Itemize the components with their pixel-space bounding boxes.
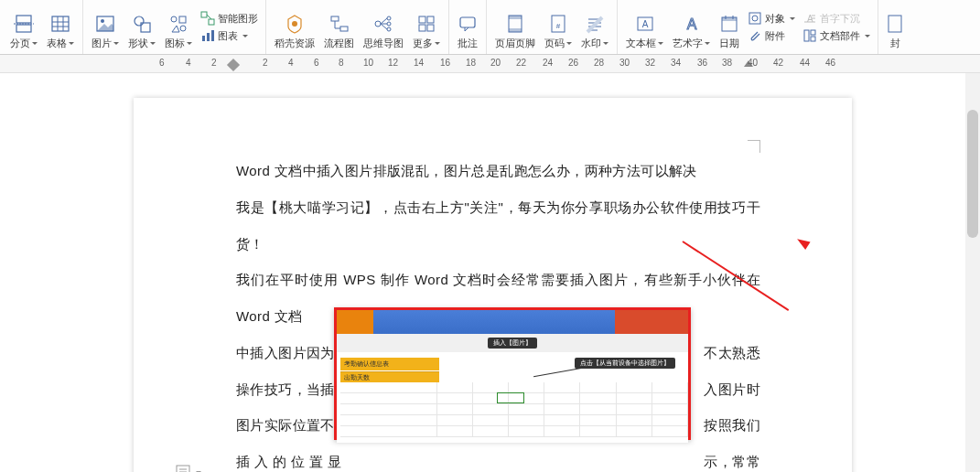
chevron-down-icon xyxy=(865,35,870,38)
icon-gallery-icon xyxy=(168,12,188,36)
outline-toggle[interactable] xyxy=(176,465,201,472)
svg-rect-23 xyxy=(331,16,339,21)
body-frag: 图片实际位置不 xyxy=(236,407,335,444)
svg-rect-60 xyxy=(804,30,809,41)
svg-point-55 xyxy=(752,16,758,21)
callout-table-sub: 出勤天数 xyxy=(340,371,439,382)
textbox-label: 文本框 xyxy=(626,37,656,50)
shapes-button[interactable]: 形状 xyxy=(124,2,160,52)
margin-corner-marker xyxy=(748,140,760,153)
attachment-icon xyxy=(748,28,762,43)
svg-rect-34 xyxy=(419,25,425,31)
table-button[interactable]: 表格 xyxy=(42,2,79,52)
drop-cap-icon: A xyxy=(802,11,817,26)
comment-label: 批注 xyxy=(458,37,478,50)
svg-rect-36 xyxy=(460,17,475,27)
smart-art-button[interactable]: 智能图形 xyxy=(200,11,258,26)
callout-sheet: 考勤确认信息表 出勤天数 点击【从当前设备中选择图片】 xyxy=(337,352,688,443)
ruler-tick: 6 xyxy=(314,58,319,68)
date-icon xyxy=(719,12,739,36)
horizontal-ruler[interactable]: 6422468101214161820222426283032343638404… xyxy=(0,55,980,73)
textbox-button[interactable]: A 文本框 xyxy=(621,2,668,52)
object-icon xyxy=(748,11,762,26)
title-paragraph[interactable]: Word 文档中插入图片排版混乱，图片总是乱跑怎么办，两种方法可以解决 xyxy=(236,153,760,189)
ruler-tick: 36 xyxy=(697,58,707,68)
ruler-tick: 16 xyxy=(440,58,450,68)
doc-parts-button[interactable]: 文档部件 xyxy=(802,28,870,43)
svg-point-9 xyxy=(101,19,104,23)
svg-rect-21 xyxy=(211,30,214,41)
more-button[interactable]: 更多 xyxy=(408,2,445,52)
ruler-tick: 6 xyxy=(159,58,165,68)
flow-button[interactable]: 流程图 xyxy=(319,2,359,52)
table-icon xyxy=(50,12,70,36)
wordart-icon: A xyxy=(682,12,702,36)
chevron-down-icon xyxy=(150,42,156,45)
watermark-button[interactable]: 水印 xyxy=(576,2,613,52)
date-label: 日期 xyxy=(719,37,739,50)
icon-button[interactable]: 图标 xyxy=(160,2,197,52)
svg-text:A: A xyxy=(641,19,648,29)
ruler-tick: 38 xyxy=(722,58,732,68)
body-frag: 操作技巧，当插 xyxy=(236,371,335,408)
chevron-down-icon xyxy=(658,42,663,45)
body-frag: 按照我们 xyxy=(704,407,760,444)
attachment-button[interactable]: 附件 xyxy=(748,28,795,43)
page-break-button[interactable]: 分页 xyxy=(5,2,42,52)
chart-label: 图表 xyxy=(218,29,238,43)
comment-icon xyxy=(458,12,478,36)
icon-label: 图标 xyxy=(165,37,185,50)
watermark-icon xyxy=(585,12,605,36)
template-button[interactable]: 稻壳资源 xyxy=(270,2,319,52)
ruler-tick: 42 xyxy=(773,58,783,68)
chevron-down-icon xyxy=(32,42,38,45)
page-num-label: 页码 xyxy=(544,37,565,50)
header-footer-button[interactable]: 页眉页脚 xyxy=(490,2,540,52)
object-label: 对象 xyxy=(765,12,785,26)
table-label: 表格 xyxy=(47,37,67,50)
picture-icon xyxy=(95,12,115,36)
svg-point-12 xyxy=(171,16,177,22)
callout-window-controls xyxy=(615,310,688,334)
mindmap-button[interactable]: 思维导图 xyxy=(359,2,408,52)
indent-marker-left[interactable] xyxy=(227,59,240,71)
callout-toolbar: 插入【图片】 xyxy=(337,334,688,352)
object-button[interactable]: 对象 xyxy=(748,11,795,26)
callout-grid xyxy=(340,382,688,439)
svg-rect-35 xyxy=(427,25,434,31)
chart-button[interactable]: 图表 xyxy=(200,28,258,43)
comment-button[interactable]: 批注 xyxy=(453,2,482,52)
ruler-tick: 32 xyxy=(645,58,655,68)
intro-paragraph[interactable]: 我是【桃大喵学习记】，点击右上方"关注"，每天为你分享职场办公软件使用技巧干货！ xyxy=(236,189,760,263)
ruler-tick: 22 xyxy=(516,58,526,68)
wordart-button[interactable]: A 艺术字 xyxy=(668,2,715,52)
svg-rect-20 xyxy=(207,33,210,41)
header-footer-label: 页眉页脚 xyxy=(495,37,535,50)
chevron-down-icon xyxy=(790,17,795,20)
chevron-down-icon xyxy=(705,42,710,45)
screenshot-callout: 插入【图片】 考勤确认信息表 出勤天数 点击【从当前设备中选择图片】 xyxy=(334,307,691,440)
svg-point-25 xyxy=(375,21,381,27)
chevron-down-icon xyxy=(435,42,440,45)
ruler-tick: 30 xyxy=(619,58,630,68)
ruler-tick: 24 xyxy=(543,58,553,68)
picture-button[interactable]: 图片 xyxy=(87,2,124,52)
svg-point-27 xyxy=(387,22,391,26)
cover-button[interactable]: 封 xyxy=(882,2,908,52)
ruler-tick: 44 xyxy=(800,58,810,68)
svg-rect-3 xyxy=(52,16,69,31)
header-footer-icon xyxy=(505,12,525,36)
shapes-icon xyxy=(132,12,152,36)
body-line-5[interactable]: 插 入 的 位 置 显示，常常 xyxy=(236,444,760,472)
svg-point-15 xyxy=(180,26,186,31)
date-button[interactable]: 日期 xyxy=(715,2,744,52)
vertical-scrollbar[interactable] xyxy=(965,73,980,472)
attachment-label: 附件 xyxy=(765,29,785,43)
svg-rect-0 xyxy=(16,16,31,23)
doc-parts-icon xyxy=(802,28,817,43)
mindmap-icon xyxy=(373,12,393,36)
scrollbar-thumb[interactable] xyxy=(967,110,978,238)
ruler-tick: 2 xyxy=(211,58,217,68)
page-num-button[interactable]: # 页码 xyxy=(540,2,576,52)
svg-text:A: A xyxy=(686,16,696,32)
